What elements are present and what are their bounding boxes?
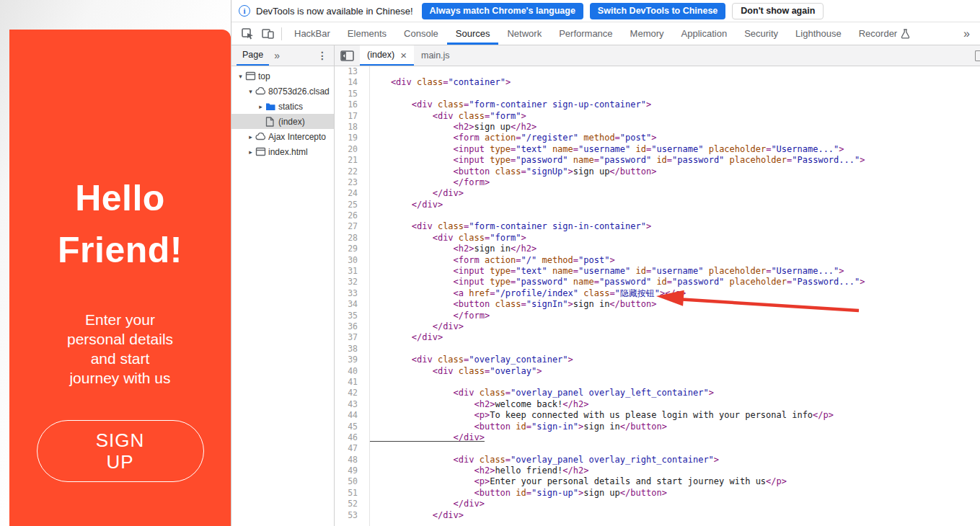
code-text[interactable]: <div class="overlay_container"> xyxy=(363,355,980,365)
tab-console[interactable]: Console xyxy=(395,22,447,45)
line-number[interactable]: 29 xyxy=(335,244,363,254)
line-number[interactable]: 45 xyxy=(335,422,363,432)
line-number[interactable]: 51 xyxy=(335,488,363,499)
code-text[interactable]: <p>Enter your personal details and start… xyxy=(363,476,980,487)
tree-item-statics[interactable]: ▸statics xyxy=(231,99,334,114)
code-text[interactable]: <button id="sign-in">sign in</button> xyxy=(363,422,980,432)
line-number[interactable]: 35 xyxy=(335,311,363,321)
line-number[interactable]: 49 xyxy=(335,465,363,476)
code-text[interactable] xyxy=(363,66,980,77)
more-navigator-tabs-icon[interactable]: » xyxy=(274,50,280,61)
code-text[interactable]: <div class="container"> xyxy=(363,77,980,88)
code-text[interactable]: </div> xyxy=(363,200,980,210)
line-number[interactable]: 20 xyxy=(335,144,363,155)
line-number[interactable]: 37 xyxy=(335,332,363,343)
tab-sources[interactable]: Sources xyxy=(447,22,499,45)
line-number[interactable]: 31 xyxy=(335,266,363,277)
code-text[interactable]: <a href="/profile/index" class="隐藏按钮"></… xyxy=(363,288,980,299)
line-number[interactable]: 19 xyxy=(335,133,363,143)
line-number[interactable]: 33 xyxy=(335,288,363,299)
sign-up-button[interactable]: SIGN UP xyxy=(37,420,204,482)
code-text[interactable]: </div> xyxy=(363,188,980,199)
code-text[interactable]: <p>To keep connected with us please logi… xyxy=(363,410,980,421)
code-text[interactable]: <div class="form-container sign-in-conta… xyxy=(363,221,980,232)
line-number[interactable]: 47 xyxy=(335,443,363,454)
line-number[interactable]: 38 xyxy=(335,344,363,355)
tab-memory[interactable]: Memory xyxy=(622,22,673,45)
tree-item-ajax-intercepto[interactable]: ▸Ajax Intercepto xyxy=(231,129,334,144)
code-text[interactable]: <input type="password" name="password" i… xyxy=(363,155,980,166)
code-text[interactable]: <input type="text" name="username" id="u… xyxy=(363,266,980,277)
code-text[interactable]: </div> xyxy=(363,432,980,443)
line-number[interactable]: 53 xyxy=(335,510,363,521)
line-number[interactable]: 28 xyxy=(335,233,363,244)
line-number[interactable]: 42 xyxy=(335,388,363,398)
switch-devtools-chinese-button[interactable]: Switch DevTools to Chinese xyxy=(590,3,725,19)
code-text[interactable]: <h2>hello friend!</h2> xyxy=(363,465,980,476)
line-number[interactable]: 46 xyxy=(335,432,363,443)
line-number[interactable]: 18 xyxy=(335,122,363,133)
more-panels-icon[interactable]: » xyxy=(963,27,970,40)
code-text[interactable]: <button class="signIn">sign in</button> xyxy=(363,299,980,310)
code-text[interactable] xyxy=(363,89,980,99)
device-toolbar-icon[interactable] xyxy=(260,27,275,41)
code-text[interactable]: </form> xyxy=(363,177,980,188)
tab-hackbar[interactable]: HackBar xyxy=(286,22,339,45)
line-number[interactable]: 39 xyxy=(335,355,363,365)
tree-item-top[interactable]: ▾top xyxy=(231,68,334,84)
code-text[interactable]: <h2>welcome back!</h2> xyxy=(363,399,980,410)
chevron-down-icon[interactable]: ▾ xyxy=(246,88,255,95)
tree-item-80753d26-clsad[interactable]: ▾80753d26.clsad xyxy=(231,84,334,99)
code-text[interactable]: <input type="text" name="username" id="u… xyxy=(363,144,980,155)
always-match-language-button[interactable]: Always match Chrome's language xyxy=(422,3,583,19)
line-number[interactable]: 13 xyxy=(335,66,363,77)
code-text[interactable]: <h2>sign in</h2> xyxy=(363,244,980,254)
navigator-menu-icon[interactable]: ⋮ xyxy=(317,50,327,61)
code-text[interactable]: <button id="sign-up">sign up</button> xyxy=(363,488,980,499)
line-number[interactable]: 27 xyxy=(335,221,363,232)
code-text[interactable]: <div class="form"> xyxy=(363,111,980,122)
code-text[interactable] xyxy=(363,377,980,388)
code-text[interactable] xyxy=(363,344,980,355)
chevron-right-icon[interactable]: ▸ xyxy=(246,148,255,156)
code-text[interactable]: <button class="signUp">sign up</button> xyxy=(363,166,980,177)
line-number[interactable]: 15 xyxy=(335,89,363,99)
code-text[interactable]: </div> xyxy=(363,321,980,332)
chevron-right-icon[interactable]: ▸ xyxy=(256,103,265,110)
close-tab-icon[interactable]: × xyxy=(400,50,407,61)
line-number[interactable]: 41 xyxy=(335,377,363,388)
chevron-right-icon[interactable]: ▸ xyxy=(246,133,255,141)
code-text[interactable] xyxy=(363,443,980,454)
code-text[interactable]: </div> xyxy=(363,332,980,343)
code-text[interactable]: <form action="/register" method="post"> xyxy=(363,133,980,143)
line-number[interactable]: 30 xyxy=(335,255,363,266)
code-text[interactable]: <div class="overlay_panel overlay_right_… xyxy=(363,455,980,465)
line-number[interactable]: 25 xyxy=(335,200,363,210)
editor-tab-index[interactable]: (index)× xyxy=(360,45,414,66)
line-number[interactable]: 17 xyxy=(335,111,363,122)
tab-application[interactable]: Application xyxy=(673,22,736,45)
line-number[interactable]: 40 xyxy=(335,366,363,377)
line-number[interactable]: 34 xyxy=(335,299,363,310)
line-number[interactable]: 43 xyxy=(335,399,363,410)
tab-performance[interactable]: Performance xyxy=(550,22,621,45)
line-number[interactable]: 22 xyxy=(335,166,363,177)
line-number[interactable]: 32 xyxy=(335,277,363,287)
sidebar-toggle-icon[interactable] xyxy=(340,45,354,66)
inspect-element-icon[interactable] xyxy=(240,27,255,41)
code-text[interactable]: </form> xyxy=(363,311,980,321)
code-text[interactable]: <div class="overlay"> xyxy=(363,366,980,377)
line-number[interactable]: 16 xyxy=(335,99,363,110)
editor-tab-main.js[interactable]: main.js xyxy=(414,45,457,66)
code-text[interactable]: <div class="form"> xyxy=(363,233,980,244)
line-number[interactable]: 50 xyxy=(335,476,363,487)
dont-show-again-button[interactable]: Don't show again xyxy=(732,3,824,19)
line-number[interactable]: 48 xyxy=(335,455,363,465)
tab-page[interactable]: Page xyxy=(237,45,269,66)
code-text[interactable]: <div class="form-container sign-up-conta… xyxy=(363,99,980,110)
tab-security[interactable]: Security xyxy=(736,22,787,45)
code-text[interactable]: <h2>sign up</h2> xyxy=(363,122,980,133)
code-text[interactable]: </div> xyxy=(363,499,980,509)
line-number[interactable]: 44 xyxy=(335,410,363,421)
chevron-down-icon[interactable]: ▾ xyxy=(236,73,245,80)
